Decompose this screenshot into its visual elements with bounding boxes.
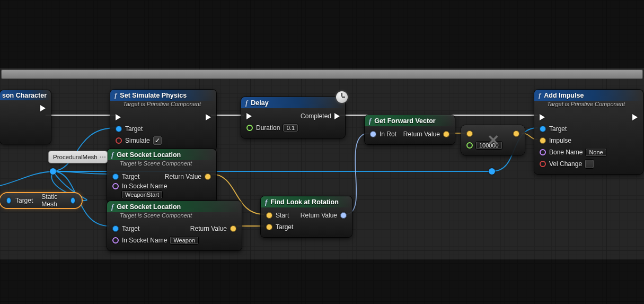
reroute-node[interactable]	[489, 168, 495, 175]
bone-name-value[interactable]: None	[586, 149, 606, 156]
exec-out-completed[interactable]: Completed	[301, 112, 340, 120]
ellipsis-icon: ⋯	[100, 153, 107, 161]
node-title: Delay	[251, 99, 268, 107]
pin-target[interactable]: Target	[116, 125, 143, 133]
pill-left-label: Target	[15, 197, 33, 204]
pin-target[interactable]: Target	[112, 173, 139, 180]
horizontal-scrollbar[interactable]	[1, 70, 643, 79]
pin-bone-name[interactable]: Bone Name None	[540, 149, 606, 156]
simulate-checkbox[interactable]: ✓	[153, 136, 162, 145]
node-header: f Get Socket Location	[107, 149, 216, 160]
node-get-socket-location-a[interactable]: f Get Socket Location Target is Scene Co…	[107, 149, 216, 203]
graph-dim-top	[0, 0, 644, 68]
variable-static-mesh[interactable]: Target Static Mesh	[0, 193, 82, 208]
pin-target[interactable]: Target	[112, 225, 139, 232]
exec-in-pin[interactable]	[540, 114, 545, 120]
pin-duration[interactable]: Duration 0.1	[246, 124, 298, 132]
pin-in-socket-name[interactable]: In Socket Name Weapon	[112, 237, 198, 244]
pin-in[interactable]	[6, 197, 11, 204]
pin-target[interactable]: Target	[540, 125, 567, 133]
pin-return[interactable]: Return Value	[403, 131, 449, 138]
node-find-look-at-rotation[interactable]: f Find Look at Rotation Start Return Val…	[261, 196, 352, 237]
exec-in-pin[interactable]	[246, 113, 252, 119]
chip-procedural-mesh[interactable]: ProceduralMesh⋯	[49, 151, 107, 163]
pin-impulse[interactable]: Impulse	[540, 137, 571, 144]
socket-name-value[interactable]: Weapon	[170, 237, 198, 244]
reroute-node[interactable]	[50, 168, 56, 175]
exec-out-pin[interactable]	[206, 114, 211, 120]
node-subtitle: Target is Scene Component	[107, 212, 242, 221]
function-icon: f	[265, 198, 267, 206]
node-title: Add Impulse	[544, 92, 584, 99]
node-header: f Get Socket Location	[107, 201, 242, 212]
node-title: son Character	[2, 92, 47, 99]
pin-return[interactable]: Return Value	[165, 173, 211, 180]
function-icon: f	[114, 91, 117, 100]
latent-clock-icon	[336, 91, 348, 103]
node-title: Find Look at Rotation	[270, 198, 338, 206]
pill-right-label: Static Mesh	[41, 193, 66, 208]
node-title: Set Simulate Physics	[120, 92, 187, 99]
node-title: Get Socket Location	[117, 151, 181, 159]
node-get-forward-vector[interactable]: f Get Forward Vector In Rot Return Value	[365, 115, 455, 144]
node-title: Get Socket Location	[117, 203, 181, 211]
node-cast-partial[interactable]: son Character	[0, 90, 51, 144]
pin-return[interactable]: Return Value	[190, 225, 236, 232]
exec-in-pin[interactable]	[116, 114, 121, 120]
node-header: f Set Simulate Physics	[110, 90, 216, 101]
function-icon: f	[369, 117, 371, 125]
node-get-socket-location-b[interactable]: f Get Socket Location Target is Scene Co…	[107, 201, 242, 250]
multiply-icon: ✕	[461, 125, 525, 155]
pin-out[interactable]	[70, 197, 75, 204]
pin-target[interactable]: Target	[266, 223, 293, 231]
exec-out-pin[interactable]	[632, 114, 638, 120]
function-icon: f	[539, 91, 541, 100]
function-icon: f	[111, 151, 113, 159]
node-header: f Get Forward Vector	[365, 115, 455, 126]
node-subtitle: Target is Scene Component	[107, 160, 216, 169]
node-header: f Delay	[241, 97, 345, 108]
socket-name-value[interactable]: WeaponStart	[122, 191, 162, 198]
node-add-impulse[interactable]: f Add Impulse Target is Primitive Compon…	[534, 90, 643, 174]
function-icon: f	[111, 203, 113, 211]
pin-in-rot[interactable]: In Rot	[370, 131, 396, 138]
node-subtitle: Target is Primitive Component	[534, 101, 643, 109]
node-header: son Character	[0, 90, 51, 100]
pin-simulate[interactable]: Simulate ✓	[116, 136, 162, 145]
function-icon: f	[245, 99, 248, 107]
node-header: f Find Look at Rotation	[261, 196, 352, 207]
node-multiply[interactable]: ✕ 100000	[461, 125, 525, 155]
node-header: f Add Impulse	[534, 90, 643, 101]
pin-vel-change[interactable]: Vel Change	[540, 160, 594, 168]
graph-dim-bottom	[0, 259, 644, 304]
pin-start[interactable]: Start	[266, 212, 289, 219]
node-set-simulate-physics[interactable]: f Set Simulate Physics Target is Primiti…	[110, 90, 216, 151]
node-subtitle: Target is Primitive Component	[110, 101, 216, 109]
exec-out-pin[interactable]	[40, 105, 46, 111]
duration-value[interactable]: 0.1	[283, 124, 298, 132]
pin-in-socket-name[interactable]: In Socket Name WeaponStart	[112, 183, 167, 198]
vel-change-checkbox[interactable]	[585, 160, 594, 168]
node-delay[interactable]: f Delay Completed Duration 0.1	[241, 97, 345, 138]
chip-label: ProceduralMesh	[53, 154, 98, 160]
pin-return[interactable]: Return Value	[301, 212, 347, 219]
node-title: Get Forward Vector	[374, 117, 435, 125]
